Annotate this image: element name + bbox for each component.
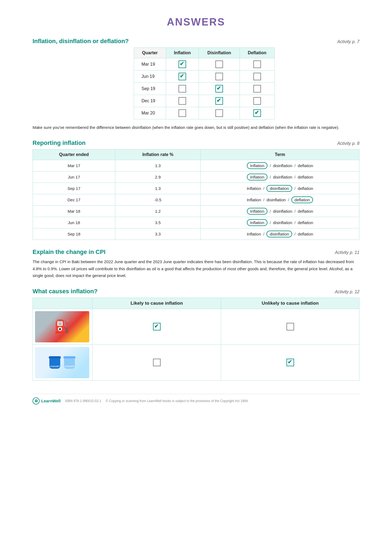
th-inflation: Inflation (166, 48, 199, 58)
gas-image-cell (33, 309, 93, 345)
idd-deflation-cell (240, 58, 275, 71)
idd-quarter: Jun 19 (134, 71, 166, 83)
term-inflation: Inflation (247, 208, 268, 215)
th-deflation: Deflation (240, 48, 275, 58)
section4-title: What causes inflation? (33, 288, 98, 295)
idd-deflation-cell (240, 83, 275, 95)
causes-gas-likely (93, 309, 221, 345)
yogurt-label-1: YOGURT (50, 365, 60, 368)
section-reporting-inflation: Reporting inflation Activity p. 8 Quarte… (33, 139, 359, 240)
idd-deflation-cell (240, 107, 275, 119)
term-disinflation: disinflation (273, 163, 292, 168)
idd-disinflation-cell (199, 95, 240, 107)
report-term: Inflation / disinflation / deflation (201, 160, 359, 171)
report-quarter: Mar 18 (33, 206, 115, 217)
term-disinflation: disinflation (266, 198, 286, 202)
slash1: / (270, 175, 271, 179)
idd-deflation-checkbox (253, 109, 261, 117)
idd-row: Jun 19 (134, 71, 275, 83)
reporting-table: Quarter ended Inflation rate % Term Mar … (33, 149, 359, 240)
slash1: / (270, 221, 271, 225)
section-causes: What causes inflation? Activity p. 12 Li… (33, 288, 359, 381)
th-quarter-ended: Quarter ended (33, 149, 115, 160)
report-rate: 1.2 (115, 206, 200, 217)
report-row: Jun 17 2.9 Inflation / disinflation / de… (33, 171, 359, 183)
yogurt-body-2: YOGURT (64, 358, 75, 369)
yogurt-likely-checkbox (153, 359, 161, 366)
idd-disinflation-cell (199, 83, 240, 95)
th-term: Term (201, 149, 359, 160)
causes-gas-unlikely (221, 309, 359, 345)
report-row: Jun 18 3.5 Inflation / disinflation / de… (33, 217, 359, 228)
idd-row: Mar 20 (134, 107, 275, 119)
slash2: / (295, 232, 296, 236)
report-row: Sep 17 1.3 Inflation / disinflation / de… (33, 183, 359, 194)
yogurt-cup-1: YOGURT (49, 356, 61, 369)
idd-inflation-checkbox (179, 61, 186, 68)
report-quarter: Jun 18 (33, 217, 115, 228)
idd-deflation-checkbox (253, 97, 261, 105)
idd-deflation-cell (240, 95, 275, 107)
idd-deflation-checkbox (253, 85, 261, 93)
yogurt-image: YOGURT YOGURT (35, 347, 89, 378)
section3-activity-ref: Activity p. 11 (335, 250, 359, 255)
idd-deflation-cell (240, 71, 275, 83)
slash1: / (270, 209, 271, 214)
idd-quarter: Dec 19 (134, 95, 166, 107)
idd-row: Sep 19 (134, 83, 275, 95)
copyright-text: © Copying or scanning from LearnWell boo… (106, 399, 249, 403)
slash1: / (270, 164, 271, 168)
idd-disinflation-checkbox (215, 109, 223, 117)
idd-inflation-cell (166, 95, 199, 107)
idd-disinflation-checkbox (215, 85, 223, 93)
report-term: Inflation / disinflation / deflation (201, 206, 359, 217)
idd-disinflation-checkbox (215, 61, 223, 68)
idd-disinflation-checkbox (215, 73, 223, 80)
term-disinflation: disinflation (266, 231, 292, 237)
section1-title: Inflation, disinflation or deflation? (33, 38, 129, 45)
section3-title: Explain the change in CPI (33, 249, 106, 256)
report-quarter: Mar 17 (33, 160, 115, 171)
section-cpi: Explain the change in CPI Activity p. 11… (33, 249, 359, 279)
report-row: Mar 17 1.3 Inflation / disinflation / de… (33, 160, 359, 171)
page-title: ANSWERS (33, 16, 359, 28)
th-quarter: Quarter (134, 48, 166, 58)
report-quarter: Dec 17 (33, 194, 115, 206)
term-deflation: deflation (298, 232, 313, 236)
section3-text: The change in CPI in Baki between the 20… (33, 258, 359, 279)
idd-disinflation-checkbox (215, 97, 223, 105)
yogurt-lid-2 (63, 356, 75, 358)
idd-table: Quarter Inflation Disinflation Deflation… (134, 47, 275, 119)
report-row: Sep 18 3.3 Inflation / disinflation / de… (33, 228, 359, 240)
yogurt-cup-2: YOGURT (63, 356, 75, 369)
idd-disinflation-cell (199, 107, 240, 119)
idd-disinflation-cell (199, 58, 240, 71)
report-term: Inflation / disinflation / deflation (201, 217, 359, 228)
term-deflation: deflation (298, 175, 313, 179)
term-disinflation: disinflation (273, 209, 292, 214)
yogurt-lid-1 (49, 356, 61, 358)
term-inflation: Inflation (247, 162, 268, 169)
idd-inflation-checkbox (179, 97, 186, 105)
idd-inflation-cell (166, 83, 199, 95)
gas-unlikely-checkbox (286, 323, 294, 330)
th-unlikely: Unlikely to cause inflation (221, 298, 359, 309)
th-inflation-rate: Inflation rate % (115, 149, 200, 160)
th-causes-image (33, 298, 93, 309)
slash1: / (263, 232, 264, 236)
term-inflation: Inflation (247, 198, 261, 202)
report-term: Inflation / disinflation / deflation (201, 183, 359, 194)
slash1: / (263, 198, 264, 202)
idd-row: Mar 19 (134, 58, 275, 71)
idd-inflation-checkbox (179, 73, 186, 80)
learnwell-name: LearnWell (41, 399, 60, 403)
idd-inflation-checkbox (179, 85, 186, 93)
idd-disinflation-cell (199, 71, 240, 83)
idd-quarter: Sep 19 (134, 83, 166, 95)
slash2: / (295, 221, 296, 225)
report-quarter: Sep 17 (33, 183, 115, 194)
th-disinflation: Disinflation (199, 48, 240, 58)
section-inflation-type: Inflation, disinflation or deflation? Ac… (33, 38, 359, 131)
idd-inflation-cell (166, 107, 199, 119)
isbn-text: ISBN 978-1-990015-02-1 (65, 399, 101, 403)
